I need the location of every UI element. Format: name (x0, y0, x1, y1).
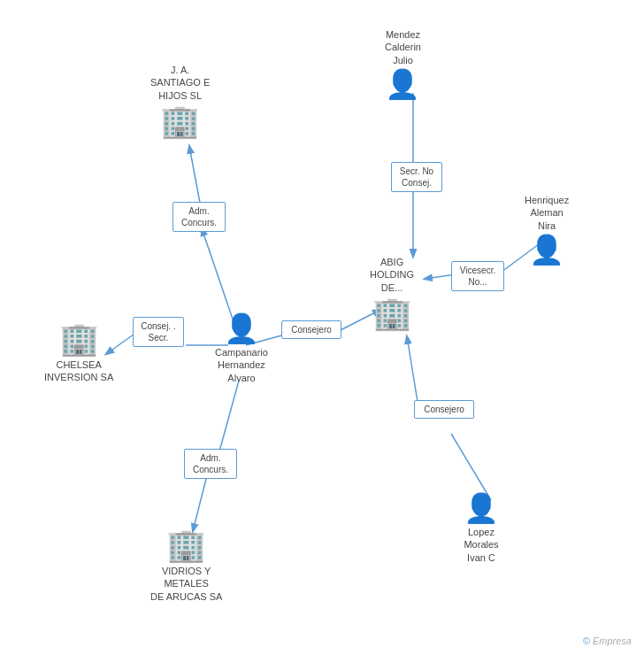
svg-line-11 (407, 336, 418, 402)
abig-holding-building-icon: 🏢 (372, 297, 412, 329)
adm-concurs-ja-box: Adm.Concurs. (172, 202, 226, 232)
consejero-center-box: Consejero (281, 320, 341, 339)
node-lopez-morales: 👤 LopezMoralesIvan C (464, 494, 499, 564)
consej-secr-box: Consej. .Secr. (133, 317, 184, 347)
node-henriquez-aleman: HenriquezAlemanNira 👤 (525, 190, 569, 264)
vidrios-metales-building-icon: 🏢 (166, 529, 206, 561)
mendez-calderin-person-icon: 👤 (385, 70, 420, 98)
node-chelsea: 🏢 CHELSEAINVERSION SA (44, 323, 113, 384)
chelsea-building-icon: 🏢 (59, 323, 99, 355)
watermark: © Empresa (583, 636, 632, 646)
consejero-bottom-box: Consejero (414, 400, 474, 419)
svg-line-12 (219, 381, 239, 451)
campanario-person-icon: 👤 (224, 314, 259, 343)
node-campanario: 👤 CampanarioHernandezAlvaro (215, 314, 268, 384)
node-abig-holding: ABIGHOLDINGDE... 🏢 (370, 252, 414, 329)
lopez-morales-person-icon: 👤 (464, 494, 499, 522)
diagram: J. A. SANTIAGO E HIJOS SL 🏢 MendezCalder… (0, 0, 644, 655)
svg-line-13 (193, 472, 208, 531)
node-ja-santiago: J. A. SANTIAGO E HIJOS SL 🏢 (150, 60, 210, 137)
ja-santiago-building-icon: 🏢 (160, 105, 200, 137)
vicesecr-no-box: Vicesecr.No... (451, 261, 504, 291)
node-mendez-calderin: MendezCalderinJulio 👤 (385, 25, 421, 98)
henriquez-aleman-person-icon: 👤 (529, 235, 564, 264)
secr-no-consej-box: Secr. NoConsej. (391, 162, 442, 192)
svg-line-10 (451, 434, 491, 500)
adm-concurs-vidrios-box: Adm.Concurs. (184, 449, 237, 479)
node-vidrios-metales: 🏢 VIDRIOS YMETALESDE ARUCAS SA (150, 529, 222, 603)
